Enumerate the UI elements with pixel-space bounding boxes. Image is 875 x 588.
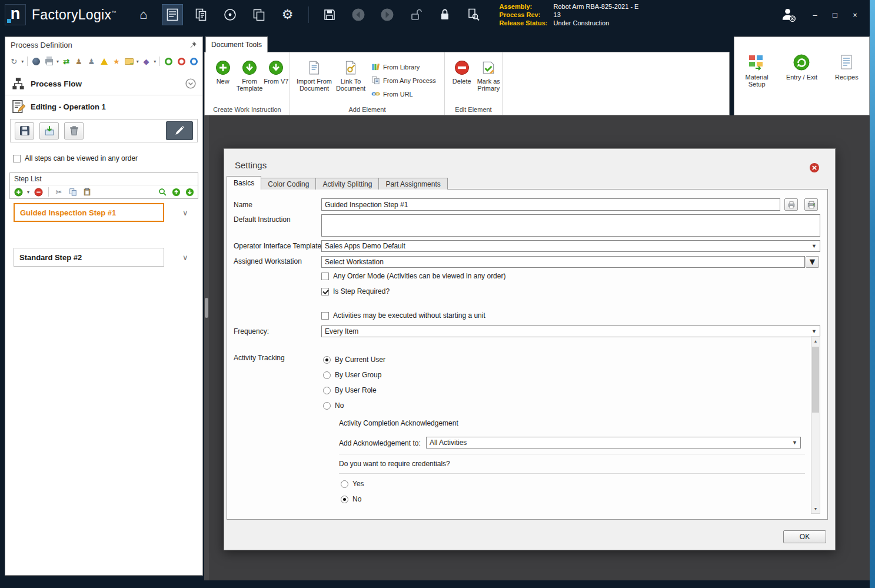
entry-exit-button[interactable]: Entry / Exit — [781, 54, 822, 115]
paste-button[interactable] — [82, 187, 92, 197]
process-editor-button[interactable] — [162, 4, 183, 25]
test-button[interactable] — [99, 57, 109, 67]
import-from-document-button[interactable]: Import From Document — [296, 52, 332, 92]
activities-no-unit-row[interactable]: Activities may be executed without start… — [321, 311, 485, 320]
home-button[interactable]: ⌂ — [133, 4, 154, 25]
remove-step-button[interactable] — [33, 187, 44, 197]
scroll-thumb[interactable] — [812, 347, 819, 413]
workspace-scroll-thumb[interactable] — [205, 298, 208, 318]
any-order-row[interactable]: All steps can be viewed in any order — [5, 142, 202, 162]
from-library-button[interactable]: From Library — [371, 60, 436, 74]
print-button[interactable] — [44, 57, 54, 67]
credentials-yes-radio[interactable] — [341, 480, 348, 488]
dialog-scrollbar[interactable]: ▲ ▼ — [811, 336, 820, 514]
tracking-no-row[interactable]: No — [323, 401, 344, 410]
favorite-button[interactable]: ★ — [111, 57, 121, 67]
step-item-guided-inspection[interactable]: Guided Inspection Step #1 — [14, 203, 164, 222]
add-user-button[interactable]: ♟ — [74, 57, 84, 67]
ack-combobox[interactable]: All Activities▼ — [426, 437, 801, 449]
workspace-scrollbar[interactable] — [204, 115, 209, 580]
tab-color-coding[interactable]: Color Coding — [261, 178, 316, 190]
import-step-button[interactable] — [39, 122, 59, 139]
ok-button[interactable]: OK — [783, 530, 826, 543]
step-required-checkbox[interactable] — [321, 288, 329, 295]
settings-button[interactable]: ⚙ — [277, 4, 298, 25]
copy-button[interactable] — [248, 4, 270, 25]
move-step-up-button[interactable] — [171, 187, 181, 197]
start-button[interactable] — [164, 57, 174, 67]
any-order-mode-row[interactable]: Any Order Mode (Activities can be viewed… — [321, 272, 505, 280]
add-step-caret[interactable]: ▾ — [27, 190, 29, 195]
copy-all-names-button[interactable] — [804, 198, 818, 211]
step-required-row[interactable]: Is Step Required? — [321, 287, 390, 295]
add-step-button[interactable] — [13, 187, 24, 197]
any-order-mode-checkbox[interactable] — [321, 273, 329, 280]
close-button[interactable]: × — [851, 11, 859, 19]
unlock-button[interactable] — [405, 4, 427, 25]
print-menu-caret[interactable]: ▾ — [56, 59, 59, 64]
workstation-combobox[interactable]: Select Workstation — [321, 256, 805, 268]
delete-element-button[interactable]: Delete — [448, 52, 475, 85]
module-button[interactable]: ◆ — [141, 57, 151, 67]
zoom-steps-button[interactable] — [157, 187, 168, 197]
tracking-user-group-row[interactable]: By User Group — [323, 371, 381, 379]
tracking-current-user-radio[interactable] — [323, 356, 331, 364]
info-button[interactable] — [189, 57, 199, 67]
tab-basics[interactable]: Basics — [227, 176, 261, 190]
tab-activity-splitting[interactable]: Activity Splitting — [315, 178, 379, 190]
refresh-button[interactable]: ↻ — [9, 57, 19, 67]
sync-button[interactable]: ⇄ — [61, 57, 71, 67]
name-input[interactable] — [321, 198, 780, 211]
workstation-dropdown-button[interactable]: ▼ — [806, 256, 819, 268]
copy-step-button[interactable] — [68, 187, 78, 197]
refresh-menu-caret[interactable]: ▾ — [21, 59, 24, 64]
from-any-process-button[interactable]: From Any Process — [371, 74, 436, 87]
tab-part-assignments[interactable]: Part Assignments — [378, 178, 447, 190]
disc-button[interactable] — [219, 4, 241, 25]
credentials-yes-row[interactable]: Yes — [341, 480, 364, 488]
user-session-button[interactable] — [778, 4, 799, 25]
tab-document-tools[interactable]: Document Tools — [205, 36, 268, 52]
maximize-button[interactable]: □ — [831, 11, 839, 19]
from-v7-button[interactable]: From V7 — [263, 52, 290, 85]
cut-button[interactable]: ✂ — [54, 187, 64, 197]
forward-button[interactable] — [377, 4, 398, 25]
from-template-button[interactable]: From Template — [236, 52, 262, 92]
link-to-document-button[interactable]: Link To Document — [332, 52, 369, 92]
default-instruction-input[interactable] — [321, 214, 820, 237]
recipes-button[interactable]: Recipes — [826, 54, 867, 115]
from-url-button[interactable]: From URL — [371, 87, 436, 101]
material-setup-button[interactable]: Material Setup — [736, 54, 777, 115]
tracking-user-group-radio[interactable] — [323, 371, 331, 379]
tracking-current-user-row[interactable]: By Current User — [323, 356, 385, 364]
save-step-button[interactable] — [15, 122, 34, 139]
step-expand-chevron[interactable]: ∨ — [182, 253, 188, 262]
lock-button[interactable] — [434, 4, 455, 25]
view-button[interactable] — [31, 57, 41, 67]
back-button[interactable] — [348, 4, 369, 25]
pin-button[interactable] — [189, 41, 197, 49]
any-order-checkbox[interactable] — [13, 155, 21, 162]
mark-as-primary-button[interactable]: Mark as Primary — [475, 52, 503, 92]
copy-name-button[interactable] — [784, 198, 798, 211]
tracking-user-role-row[interactable]: By User Role — [323, 386, 377, 394]
tracking-no-radio[interactable] — [323, 402, 331, 410]
audit-search-button[interactable] — [463, 4, 484, 25]
user-button[interactable]: ♟ — [86, 57, 97, 67]
credentials-no-radio[interactable] — [341, 496, 348, 503]
tracking-user-role-radio[interactable] — [323, 387, 331, 394]
move-step-down-button[interactable] — [184, 187, 195, 197]
documents-button[interactable] — [191, 4, 212, 25]
collapse-button[interactable] — [185, 78, 196, 89]
step-expand-chevron[interactable]: ∨ — [182, 208, 188, 217]
edit-mode-button[interactable] — [166, 121, 193, 140]
frequency-combobox[interactable]: Every Item▼ — [321, 325, 820, 337]
save-button[interactable] — [319, 4, 340, 25]
delete-step-button[interactable] — [64, 122, 84, 139]
credentials-no-row[interactable]: No — [341, 495, 361, 503]
scroll-down-button[interactable]: ▼ — [811, 504, 820, 513]
export-button[interactable]: → — [124, 57, 134, 67]
stop-button[interactable] — [176, 57, 186, 67]
minimize-button[interactable]: – — [811, 11, 819, 19]
activities-no-unit-checkbox[interactable] — [321, 312, 329, 320]
